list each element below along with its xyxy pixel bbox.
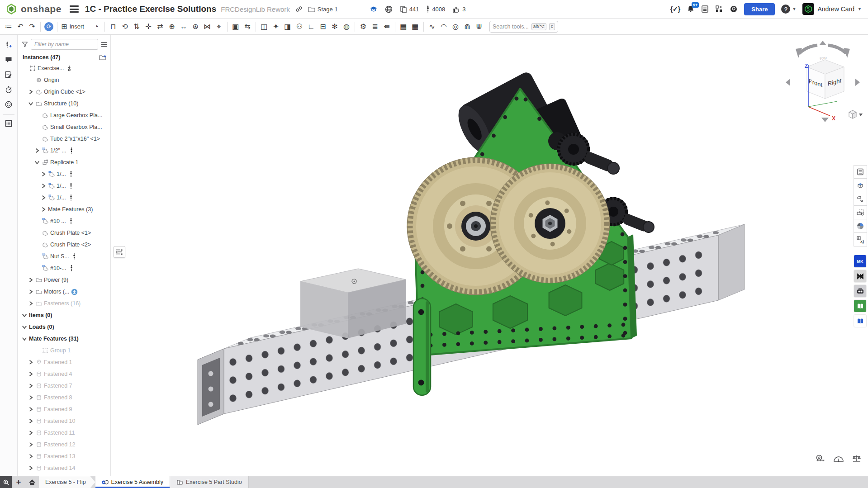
tree-item-fastened-1[interactable]: Fastened 1 — [18, 356, 110, 368]
view-cube-body[interactable]: Top Front Right — [807, 55, 844, 99]
share-button[interactable]: Share — [744, 3, 775, 15]
chevron-down-icon[interactable] — [34, 160, 40, 165]
tree-item-10[interactable]: #10-... — [18, 262, 110, 274]
add-to-folder-icon[interactable] — [99, 54, 107, 61]
search-tools-input[interactable]: Search tools... alt/⌥ c — [489, 21, 558, 33]
tree-item-1-2[interactable]: 1/2" ... — [18, 145, 110, 156]
app-green-book-button[interactable] — [854, 300, 866, 312]
tree-item-structure-10[interactable]: Structure (10) — [18, 98, 110, 109]
chevron-right-icon[interactable] — [28, 383, 33, 389]
circular-pattern-button[interactable]: ✻ — [329, 20, 341, 33]
fastened-mate-button[interactable]: ⋈ — [201, 20, 213, 33]
collaborate-button[interactable]: ⚇ — [294, 20, 305, 33]
tree-item-group-1[interactable]: Group 1 — [18, 345, 110, 356]
tree-item-exercise[interactable]: Exercise... — [18, 62, 110, 74]
bom-panel-button[interactable] — [2, 117, 15, 130]
insights-button[interactable] — [730, 5, 738, 13]
tilt-up-arrow[interactable] — [819, 41, 826, 45]
gear-relation-button[interactable]: ⚙ — [357, 20, 369, 33]
help-menu[interactable]: ? ▼ — [781, 5, 796, 14]
undo-button[interactable]: ↶ — [14, 20, 26, 33]
chevron-right-icon[interactable] — [28, 407, 33, 412]
chevron-right-icon[interactable] — [28, 395, 33, 400]
planar-mate-button[interactable]: ✛ — [142, 20, 154, 33]
chevron-down-icon[interactable] — [22, 336, 27, 341]
derived-part-button[interactable]: ◨ — [282, 20, 294, 33]
download-icon[interactable] — [71, 289, 78, 295]
likes-stat[interactable]: 3 — [452, 5, 465, 13]
tree-item-replicate-1[interactable]: Replicate 1 — [18, 156, 110, 168]
account-menu[interactable]: Andrew Card ▼ — [802, 3, 862, 15]
tilt-down-arrow[interactable] — [821, 118, 829, 122]
cylindrical-mate-button[interactable]: ⊓ — [107, 20, 119, 33]
featurescript-button[interactable]: x) — [854, 233, 867, 246]
tab-exercise-5-assembly[interactable]: Exercise 5 Assembly — [95, 476, 170, 488]
mate-button[interactable]: ◔ — [90, 20, 102, 33]
parallel-mate-button[interactable]: ↔ — [178, 20, 190, 33]
tab-exercise-5-flip[interactable]: Exercise 5 - Flip — [39, 476, 95, 488]
tree-item-fasteners-16[interactable]: Fasteners (16) — [18, 298, 110, 309]
versions-check-button[interactable]: {✓} — [670, 5, 681, 13]
slider-mate-button[interactable]: ⇅ — [131, 20, 142, 33]
chevron-right-icon[interactable] — [28, 430, 33, 436]
copies-stat[interactable]: 441 — [400, 5, 419, 13]
app-robot-button[interactable] — [854, 285, 866, 297]
custom-table-button[interactable]: ▦ — [409, 20, 421, 33]
exploded-view-button[interactable]: ◍ — [341, 20, 352, 33]
bom-table-button[interactable]: ▤ — [398, 20, 409, 33]
ball-mate-button[interactable]: ⇄ — [154, 20, 166, 33]
union-tool-button[interactable]: ⋒ — [461, 20, 473, 33]
tasks-button[interactable] — [701, 5, 709, 13]
pattern-button[interactable]: ⊟ — [317, 20, 329, 33]
tree-item-fastened-4[interactable]: Fastened 4 — [18, 368, 110, 380]
tree-item-crush-plate-2[interactable]: Crush Plate <2> — [18, 239, 110, 251]
chevron-right-icon[interactable] — [28, 360, 33, 365]
view-options-menu[interactable] — [849, 110, 863, 118]
mass-properties-button[interactable] — [851, 454, 863, 464]
tree-item-10[interactable]: #10 ... — [18, 215, 110, 227]
tree-item-mate-features-31[interactable]: Mate Features (31) — [18, 333, 110, 345]
rack-relation-button[interactable]: ≣ — [369, 20, 381, 33]
insert-button[interactable]: ⊞Insert — [60, 20, 85, 33]
chevron-right-icon[interactable] — [28, 465, 33, 471]
chevron-right-icon[interactable] — [28, 442, 33, 447]
tree-item-power-9[interactable]: Power (9) — [18, 274, 110, 286]
configurations-button[interactable] — [854, 179, 867, 192]
box-select-button[interactable]: ◫ — [258, 20, 270, 33]
comments-button[interactable] — [2, 53, 15, 66]
tab-exercise-5-part-studio[interactable]: Exercise 5 Part Studio — [170, 476, 249, 488]
chevron-right-icon[interactable] — [28, 89, 33, 95]
tree-item-fastened-13[interactable]: Fastened 13 — [18, 450, 110, 462]
chevron-right-icon[interactable] — [41, 171, 46, 177]
rotate-ccw-arrow[interactable] — [799, 45, 817, 53]
history-button[interactable] — [2, 83, 15, 96]
main-menu-button[interactable] — [70, 5, 79, 13]
named-views-button[interactable] — [854, 192, 867, 206]
chevron-right-icon[interactable] — [28, 418, 33, 424]
chevron-right-icon[interactable] — [28, 289, 33, 294]
mate-connector-button[interactable]: ⌖ — [213, 20, 225, 33]
section-view-button[interactable] — [854, 206, 867, 219]
protractor-button[interactable] — [833, 454, 844, 464]
mate-connector-add-button[interactable] — [2, 38, 15, 52]
notifications-button[interactable]: 9+ — [687, 5, 695, 13]
learning-doc-indicator[interactable] — [370, 5, 378, 13]
redo-button[interactable]: ↷ — [26, 20, 38, 33]
transform-button[interactable]: ∟ — [305, 20, 317, 33]
onshape-brand[interactable]: onshape — [0, 3, 66, 15]
app-blue-book-button[interactable] — [854, 315, 866, 327]
home-tab-button[interactable] — [25, 476, 39, 488]
tree-item-fastened-10[interactable]: Fastened 10 — [18, 415, 110, 427]
app-store-button[interactable] — [715, 5, 723, 13]
tree-item-fastened-8[interactable]: Fastened 8 — [18, 392, 110, 403]
update-revert-button[interactable]: ⟳ — [43, 20, 55, 33]
collapse-tree-button[interactable] — [114, 246, 125, 258]
chain-relation-button[interactable]: ⇚ — [381, 20, 393, 33]
tree-item-crush-plate-1[interactable]: Crush Plate <1> — [18, 227, 110, 239]
app-mk-button[interactable]: MK — [854, 255, 866, 267]
breadcrumb[interactable]: Stage 1 — [308, 6, 338, 13]
tree-item-origin[interactable]: Origin — [18, 74, 110, 86]
tree-item-small-gearbox-pla[interactable]: Small Gearbox Pla... — [18, 121, 110, 133]
new-tab-button[interactable]: + — [12, 476, 25, 488]
search-document-button[interactable] — [2, 98, 15, 111]
